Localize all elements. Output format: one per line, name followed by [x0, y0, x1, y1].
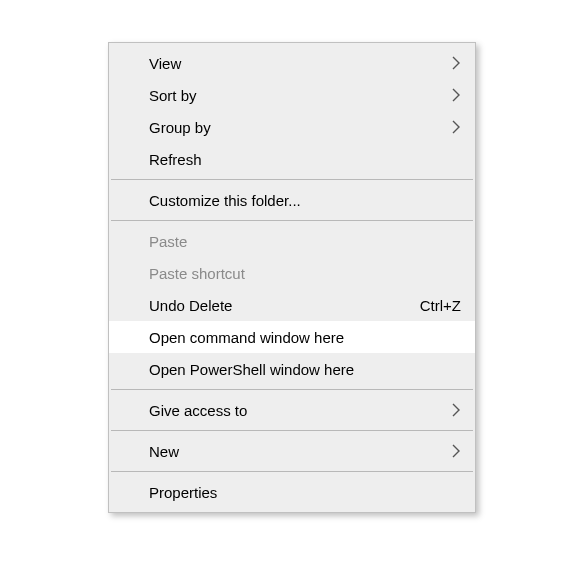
menu-paste-shortcut: Paste shortcut — [109, 257, 475, 289]
menu-undo-delete[interactable]: Undo Delete Ctrl+Z — [109, 289, 475, 321]
menu-properties[interactable]: Properties — [109, 476, 475, 508]
menu-group-by[interactable]: Group by — [109, 111, 475, 143]
menu-item-label: View — [149, 55, 461, 72]
menu-item-label: Open command window here — [149, 329, 461, 346]
menu-open-command-window-here[interactable]: Open command window here — [109, 321, 475, 353]
chevron-right-icon — [451, 402, 461, 418]
menu-separator — [111, 220, 473, 221]
menu-item-label: Paste — [149, 233, 461, 250]
menu-item-label: Paste shortcut — [149, 265, 461, 282]
menu-separator — [111, 430, 473, 431]
menu-separator — [111, 471, 473, 472]
menu-separator — [111, 389, 473, 390]
context-menu: View Sort by Group by Refresh Customize … — [108, 42, 476, 513]
menu-separator — [111, 179, 473, 180]
menu-item-label: Customize this folder... — [149, 192, 461, 209]
menu-refresh[interactable]: Refresh — [109, 143, 475, 175]
menu-item-label: Sort by — [149, 87, 461, 104]
menu-open-powershell-window-here[interactable]: Open PowerShell window here — [109, 353, 475, 385]
menu-give-access-to[interactable]: Give access to — [109, 394, 475, 426]
menu-item-label: Properties — [149, 484, 461, 501]
menu-item-label: Open PowerShell window here — [149, 361, 461, 378]
menu-item-label: Refresh — [149, 151, 461, 168]
menu-item-label: Give access to — [149, 402, 461, 419]
menu-customize-folder[interactable]: Customize this folder... — [109, 184, 475, 216]
menu-item-label: New — [149, 443, 461, 460]
menu-sort-by[interactable]: Sort by — [109, 79, 475, 111]
chevron-right-icon — [451, 443, 461, 459]
menu-item-label: Group by — [149, 119, 461, 136]
menu-new[interactable]: New — [109, 435, 475, 467]
menu-paste: Paste — [109, 225, 475, 257]
chevron-right-icon — [451, 87, 461, 103]
chevron-right-icon — [451, 55, 461, 71]
menu-item-label: Undo Delete — [149, 297, 400, 314]
chevron-right-icon — [451, 119, 461, 135]
menu-item-shortcut: Ctrl+Z — [400, 297, 461, 314]
menu-view[interactable]: View — [109, 47, 475, 79]
